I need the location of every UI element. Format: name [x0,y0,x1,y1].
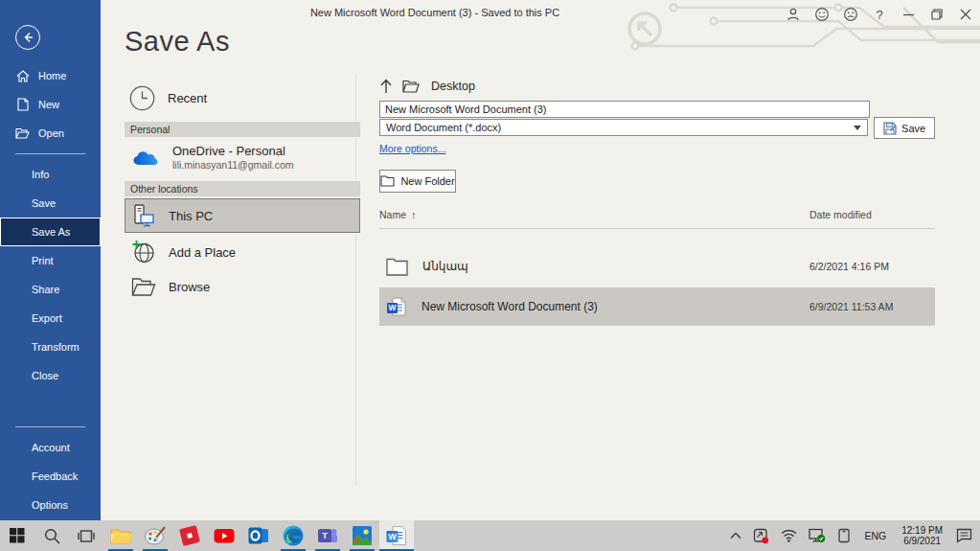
sidebar-item-export[interactable]: Export [0,304,101,333]
place-onedrive-personal[interactable]: OneDrive - Personal lili.minasyan11@gmai… [125,139,360,176]
sidebar-item-transform[interactable]: Transform [0,333,101,361]
task-view-icon [78,529,95,543]
sidebar-item-save-as[interactable]: Save As [0,218,101,246]
taskbar-app-teams[interactable]: T [310,520,345,551]
sidebar-item-info[interactable]: Info [0,160,101,189]
place-title: This PC [169,209,213,223]
feedback-frown-button[interactable] [836,1,865,28]
account-button[interactable] [779,1,808,28]
sidebar-item-home[interactable]: Home [0,61,101,90]
tray-clock[interactable]: 12:19 PM 6/9/2021 [896,525,948,547]
sidebar-divider [15,153,85,154]
tray-date: 6/9/2021 [901,536,943,547]
column-header-name[interactable]: Name ↑ [379,209,417,220]
taskbar-app-word[interactable]: W [379,520,414,551]
chevron-down-icon [854,126,861,130]
page-title: Save As [125,26,230,57]
svg-text:T: T [322,531,328,540]
place-title: OneDrive - Personal [172,144,294,159]
filename-input[interactable] [379,101,870,118]
chevron-up-icon [730,532,741,540]
sidebar-item-label: New [38,99,59,110]
column-header-date-modified[interactable]: Date modified [809,209,872,220]
place-recent[interactable]: Recent [125,79,360,117]
filetype-dropdown[interactable]: Word Document (*.docx) [379,119,868,136]
place-browse[interactable]: Browse [125,271,360,302]
file-row-word-document[interactable]: W New Microsoft Word Document (3) 6/9/20… [379,287,935,326]
sidebar-item-save[interactable]: Save [0,189,101,218]
restore-button[interactable] [923,1,951,28]
tray-wifi[interactable] [777,520,801,551]
help-button[interactable]: ? [865,1,894,28]
sidebar-item-open[interactable]: Open [0,119,101,148]
paint-icon [144,524,167,547]
file-row-folder[interactable]: Անկապ 6/2/2021 4:16 PM [379,248,935,285]
svg-text:W: W [388,532,397,541]
sidebar-item-new[interactable]: New [0,90,101,119]
sidebar-item-print[interactable]: Print [0,246,101,275]
window-title: New Microsoft Word Document (3) - Saved … [101,7,769,18]
backstage-content: New Microsoft Word Document (3) - Saved … [101,0,980,520]
close-button[interactable] [951,1,980,28]
tray-language-indicator[interactable]: ENG [858,530,892,541]
tray-device[interactable] [833,520,855,551]
taskbar-app-paint[interactable] [138,520,172,551]
breadcrumb: Desktop [379,77,935,96]
taskbar-app-photos[interactable] [345,520,379,551]
edge-icon [282,524,305,547]
open-folder-icon [15,127,30,139]
save-button[interactable]: Save [874,117,935,139]
taskbar-app-roblox[interactable] [172,520,207,551]
sidebar-item-options[interactable]: Options [0,491,101,519]
sidebar-item-feedback[interactable]: Feedback [0,462,101,491]
more-options-link[interactable]: More options... [379,143,445,154]
place-title: Add a Place [169,245,236,260]
sidebar-item-account[interactable]: Account [0,433,101,462]
youtube-icon [213,524,236,547]
place-add-a-place[interactable]: Add a Place [125,235,360,269]
breadcrumb-location[interactable]: Desktop [431,80,475,93]
word-backstage-window: Home New Open Info Save Save As Print Sh… [0,0,980,551]
tray-show-hidden-icons[interactable] [726,520,745,551]
tray-security[interactable] [805,520,830,551]
roblox-icon [178,524,201,547]
taskbar-app-outlook[interactable] [241,520,276,551]
file-name: Անկապ [422,260,468,273]
teams-icon: T [316,524,339,547]
start-button[interactable] [0,520,34,551]
save-places-list: Recent Personal OneDrive - Personal lili… [125,79,360,302]
new-folder-button[interactable]: New Folder [379,170,456,193]
tray-time: 12:19 PM [901,525,943,537]
smiley-icon [814,7,830,22]
back-arrow-icon [21,31,34,44]
sidebar-item-label: Open [38,127,64,139]
windows-taskbar: T W [0,520,980,551]
taskbar-app-youtube[interactable] [207,520,241,551]
table-header-divider [379,228,935,229]
feedback-smile-button[interactable] [808,1,836,28]
action-center-button[interactable] [952,520,976,551]
word-document-icon: W [386,296,407,317]
folder-breadcrumb-icon [402,80,420,93]
back-button[interactable] [15,25,40,50]
task-view-button[interactable] [69,520,103,551]
sidebar-item-share[interactable]: Share [0,275,101,304]
security-monitor-icon [809,528,826,543]
file-date-modified: 6/9/2021 11:53 AM [809,301,893,312]
tray-notification-app[interactable] [749,520,773,551]
minimize-icon [903,10,914,20]
sidebar-item-close[interactable]: Close [0,361,101,390]
sidebar-item-label: Home [38,70,66,81]
file-explorer-icon [109,524,132,547]
onedrive-cloud-icon [131,149,160,168]
up-arrow-button[interactable] [379,79,393,94]
taskbar-search-button[interactable] [34,520,69,551]
taskbar-app-edge[interactable] [276,520,310,551]
new-folder-label: New Folder [400,175,454,187]
taskbar-app-file-explorer[interactable] [103,520,138,551]
place-this-pc[interactable]: This PC [125,198,360,233]
wifi-icon [781,529,797,542]
clock-icon [129,85,155,111]
minimize-button[interactable] [894,1,923,28]
save-disk-icon [883,122,897,135]
